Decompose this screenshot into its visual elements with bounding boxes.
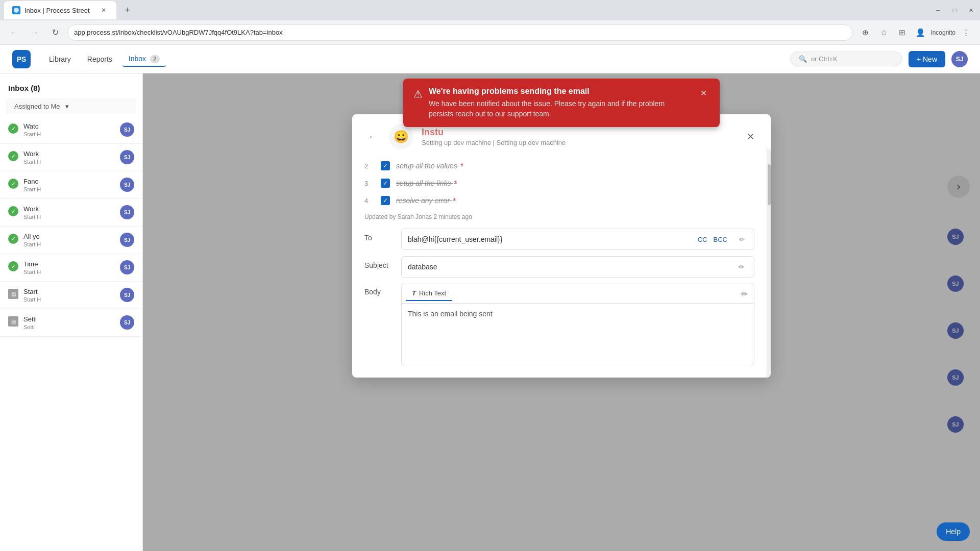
profile-icon[interactable]: 👤 [912, 24, 928, 41]
to-value: blah@hi{{current_user.email}} [408, 235, 698, 243]
reload-button[interactable]: ↻ [47, 24, 63, 41]
more-options-icon[interactable]: ⋮ [958, 24, 974, 41]
modal-back-button[interactable]: ← [364, 129, 381, 145]
bcc-button[interactable]: BCC [714, 236, 727, 243]
item-title: Setti [23, 315, 115, 323]
body-container: T Rich Text This is an email being sent [401, 284, 754, 365]
subject-input[interactable]: database ✏ [401, 256, 754, 278]
to-label: To [364, 229, 395, 242]
incognito-label: Incognito [930, 29, 955, 36]
checklist-label: setup all the links * [396, 179, 457, 187]
close-window-button[interactable]: ✕ [966, 5, 976, 15]
tab-title: Inbox | Process Street [24, 7, 90, 14]
modal-close-button[interactable]: ✕ [742, 129, 758, 145]
error-banner: ⚠ We're having problems sending the emai… [403, 79, 720, 127]
nav-reports[interactable]: Reports [81, 52, 118, 66]
list-item[interactable]: ▤ Setti Setti SJ [0, 309, 142, 337]
svg-point-0 [14, 8, 19, 13]
user-avatar[interactable]: SJ [951, 51, 968, 67]
checklist-item: 3 ✓ setup all the links * [364, 174, 754, 192]
modal-overlay: ⚠ We're having problems sending the emai… [143, 73, 980, 551]
avatar: SJ [120, 205, 134, 219]
list-item[interactable]: ✓ Work Start H SJ [0, 199, 142, 227]
body-text: This is an email being sent [408, 310, 493, 318]
modal-title-text: Instu [422, 127, 444, 137]
maximize-button[interactable]: □ [949, 5, 960, 15]
scrollbar[interactable] [767, 149, 771, 378]
check-icon: ✓ [8, 206, 18, 216]
new-tab-button[interactable]: + [120, 3, 135, 17]
tab-close-button[interactable]: ✕ [99, 6, 108, 15]
check-icon: ✓ [8, 123, 18, 134]
inbox-title: Inbox (8) [8, 84, 40, 92]
list-item[interactable]: ✓ Watc Start H SJ [0, 116, 142, 144]
item-subtitle: Start H [23, 269, 115, 275]
checklist-label: resolve any error * [396, 196, 455, 205]
modal-subtitle: Setting up dev machine | Setting up dev … [422, 139, 734, 146]
avatar: SJ [120, 150, 134, 164]
item-title: Work [23, 205, 115, 213]
item-number: 3 [364, 180, 375, 187]
item-subtitle: Start H [23, 159, 115, 165]
avatar: SJ [120, 178, 134, 192]
app-logo: PS [12, 50, 31, 68]
avatar: SJ [120, 288, 134, 302]
item-subtitle: Start H [23, 241, 115, 247]
help-button[interactable]: Help [937, 522, 970, 541]
list-item[interactable]: ✓ Time Start H SJ [0, 254, 142, 282]
check-icon: ✓ [8, 151, 18, 161]
checkbox[interactable]: ✓ [381, 196, 390, 205]
list-item[interactable]: ✓ All yo Start H SJ [0, 227, 142, 254]
bookmark-icon[interactable]: ☆ [875, 24, 892, 41]
avatar: SJ [120, 315, 134, 330]
item-title: Fanc [23, 178, 115, 185]
list-item[interactable]: ✓ Work Start H SJ [0, 144, 142, 171]
chevron-down-icon: ▾ [65, 103, 69, 110]
item-subtitle: Start H [23, 131, 115, 137]
text-format-icon: T [412, 289, 416, 297]
assigned-filter-label: Assigned to Me [14, 103, 60, 110]
back-button[interactable]: ← [6, 24, 22, 41]
cast-icon[interactable]: ⊕ [857, 24, 873, 41]
extension-icon[interactable]: ⊞ [894, 24, 910, 41]
checkbox[interactable]: ✓ [381, 161, 390, 170]
search-bar[interactable]: 🔍 or Ctrl+K [790, 52, 902, 66]
checklist-label: setup all the values * [396, 162, 463, 170]
body-content[interactable]: This is an email being sent [402, 304, 754, 365]
checklist-item: 2 ✓ setup all the values * [364, 157, 754, 174]
subject-value: database [408, 263, 736, 271]
new-button[interactable]: + New [909, 51, 945, 67]
forward-button[interactable]: → [27, 24, 43, 41]
item-title: Work [23, 150, 115, 158]
modal-emoji: 😀 [389, 124, 413, 149]
edit-body-icon[interactable]: ✏ [738, 288, 750, 300]
checkbox[interactable]: ✓ [381, 179, 390, 188]
cc-button[interactable]: CC [698, 236, 707, 243]
to-field: To blah@hi{{current_user.email}} CC BCC … [364, 229, 754, 250]
modal-title: Instu [422, 127, 734, 138]
item-subtitle: Start H [23, 296, 115, 303]
nav-inbox[interactable]: Inbox 2 [122, 52, 166, 67]
modal-dialog: ← 😀 Instu Setting up dev machine | Setti… [352, 114, 771, 378]
edit-to-icon[interactable]: ✏ [736, 233, 748, 245]
to-input[interactable]: blah@hi{{current_user.email}} CC BCC ✏ [401, 229, 754, 250]
address-bar[interactable]: app.process.st/inbox/checklist/vOAUbgRDW… [67, 24, 853, 41]
browser-tab[interactable]: Inbox | Process Street ✕ [4, 1, 116, 19]
minimize-button[interactable]: ─ [933, 5, 943, 15]
list-item[interactable]: ▤ Start Start H SJ [0, 282, 142, 309]
subject-label: Subject [364, 256, 395, 269]
nav-library[interactable]: Library [43, 52, 77, 66]
body-label: Body [364, 284, 395, 296]
tab-favicon [12, 6, 20, 14]
list-item[interactable]: ✓ Fanc Start H SJ [0, 171, 142, 199]
assigned-filter[interactable]: Assigned to Me ▾ [6, 98, 136, 114]
item-title: Start [23, 288, 115, 295]
item-title: Watc [23, 122, 115, 130]
rich-text-tab[interactable]: T Rich Text [406, 286, 452, 301]
error-close-button[interactable]: ✕ [697, 87, 709, 99]
warning-icon: ⚠ [413, 88, 423, 119]
body-field: Body T Rich Text [364, 284, 754, 365]
check-icon: ✓ [8, 234, 18, 244]
edit-subject-icon[interactable]: ✏ [736, 261, 748, 273]
avatar: SJ [120, 122, 134, 137]
